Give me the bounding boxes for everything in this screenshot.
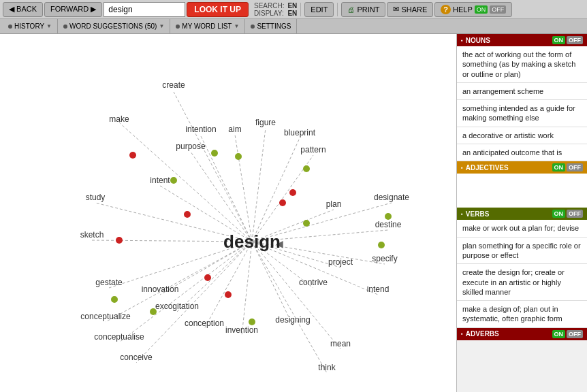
- word-suggestions-section[interactable]: WORD SUGGESTIONS (50) ▼: [58, 19, 170, 34]
- history-arrow: ▼: [46, 23, 52, 29]
- svg-point-34: [225, 291, 232, 298]
- svg-point-36: [170, 177, 177, 184]
- printer-icon: 🖨: [347, 5, 355, 14]
- adjectives-header[interactable]: ▪ ADJECTIVES ON OFF: [457, 161, 587, 174]
- svg-point-33: [116, 237, 123, 244]
- svg-line-24: [160, 242, 252, 295]
- word-suggestions-arrow: ▼: [159, 23, 164, 29]
- svg-line-27: [119, 242, 252, 342]
- main-content: ◀ design createmakeintentionaimfigureblu…: [0, 34, 587, 392]
- settings-label: SETTINGS: [257, 22, 291, 30]
- svg-point-43: [249, 318, 255, 325]
- svg-line-12: [252, 203, 392, 242]
- edit-button[interactable]: EDIT: [304, 2, 334, 17]
- word-map[interactable]: ◀ design createmakeintentionaimfigureblu…: [0, 34, 456, 392]
- noun-def-2[interactable]: an arrangement scheme: [457, 83, 587, 100]
- svg-line-19: [252, 242, 327, 373]
- adjectives-on-tag[interactable]: ON: [552, 163, 566, 172]
- help-button[interactable]: ? HELP ON OFF: [434, 2, 512, 17]
- noun-def-4[interactable]: a decorative or artistic work: [457, 127, 587, 144]
- svg-line-28: [136, 242, 252, 363]
- lookup-button[interactable]: LOOK IT UP: [187, 2, 249, 17]
- verbs-header[interactable]: ▪ VERBS ON OFF: [457, 208, 587, 220]
- word-suggestions-dot: [63, 24, 67, 29]
- svg-line-9: [95, 203, 252, 242]
- svg-line-1: [119, 122, 252, 242]
- settings-section[interactable]: SETTINGS: [245, 19, 297, 34]
- nouns-on-tag[interactable]: ON: [552, 36, 566, 44]
- svg-text:◀: ◀: [276, 238, 283, 249]
- history-dot: [8, 24, 12, 29]
- nouns-dot: ▪: [461, 37, 463, 44]
- svg-point-44: [150, 308, 157, 315]
- main-toolbar: ◀ BACK FORWARD ▶ LOOK IT UP SEARCH: DISP…: [0, 0, 587, 19]
- nouns-header[interactable]: ▪ NOUNS ON OFF: [457, 34, 587, 46]
- verbs-dot: ▪: [461, 211, 463, 217]
- svg-point-45: [111, 296, 118, 303]
- svg-point-39: [303, 165, 310, 172]
- adjectives-on-off: ON OFF: [552, 163, 584, 172]
- secondary-toolbar: HISTORY ▼ WORD SUGGESTIONS (50) ▼ MY WOR…: [0, 19, 587, 34]
- back-button[interactable]: ◀ BACK: [3, 2, 43, 17]
- svg-line-18: [252, 242, 340, 349]
- help-icon: ?: [441, 5, 451, 14]
- svg-line-22: [204, 242, 252, 329]
- my-word-list-label: MY WORD LIST: [182, 22, 232, 30]
- adjectives-off-tag[interactable]: OFF: [567, 163, 583, 172]
- share-label: SHARE: [401, 5, 427, 14]
- word-map-svg: ◀: [0, 34, 456, 392]
- svg-line-3: [235, 135, 252, 242]
- verb-def-3[interactable]: create the design for; create or execute…: [457, 264, 587, 301]
- verb-def-4[interactable]: make a design of; plan out in systematic…: [457, 301, 587, 328]
- print-button[interactable]: 🖨 PRINT: [341, 2, 385, 17]
- svg-point-30: [184, 211, 191, 218]
- nouns-off-tag[interactable]: OFF: [567, 36, 583, 44]
- svg-point-38: [235, 153, 242, 160]
- settings-dot: [251, 24, 255, 29]
- svg-point-37: [211, 150, 218, 157]
- svg-point-41: [378, 242, 385, 248]
- adjectives-label: ADJECTIVES: [466, 164, 509, 172]
- noun-def-5[interactable]: an anticipated outcome that is: [457, 144, 587, 161]
- forward-button[interactable]: FORWARD ▶: [44, 2, 102, 17]
- svg-point-29: [129, 152, 136, 159]
- verb-def-2[interactable]: plan something for a specific role or pu…: [457, 238, 587, 265]
- adverbs-header[interactable]: ▪ ADVERBS ON OFF: [457, 328, 587, 340]
- history-label: HISTORY: [14, 22, 44, 30]
- my-word-list-section[interactable]: MY WORD LIST ▼: [170, 19, 245, 34]
- search-input[interactable]: [104, 2, 185, 17]
- verbs-on-off: ON OFF: [552, 210, 584, 218]
- adverbs-label: ADVERBS: [466, 330, 499, 338]
- verbs-off-tag[interactable]: OFF: [567, 210, 583, 218]
- verb-def-1[interactable]: make or work out a plan for; devise: [457, 220, 587, 237]
- separator2: [337, 3, 338, 16]
- share-icon: ✉: [393, 5, 399, 14]
- right-panel: ▪ NOUNS ON OFF the act of working out th…: [456, 34, 587, 392]
- adverbs-on-off: ON OFF: [552, 330, 584, 338]
- adverbs-on-tag[interactable]: ON: [552, 330, 566, 338]
- separator1: [300, 3, 301, 16]
- svg-point-31: [279, 199, 286, 206]
- svg-line-0: [174, 92, 252, 242]
- svg-line-4: [252, 128, 266, 242]
- my-word-list-dot: [176, 24, 180, 29]
- noun-def-1[interactable]: the act of working out the form of somet…: [457, 46, 587, 83]
- svg-line-7: [191, 152, 252, 242]
- adjectives-dot: ▪: [461, 165, 463, 171]
- share-button[interactable]: ✉ SHARE: [387, 2, 433, 17]
- help-on-tag: ON: [475, 5, 488, 14]
- adjectives-empty: [457, 174, 587, 208]
- verbs-on-tag[interactable]: ON: [552, 210, 566, 218]
- search-label: SEARCH: DISPLAY:: [254, 2, 284, 17]
- print-label: PRINT: [357, 5, 379, 14]
- lang-display: EN EN: [287, 2, 297, 17]
- adverbs-off-tag[interactable]: OFF: [567, 330, 583, 338]
- svg-point-42: [385, 213, 392, 220]
- history-section[interactable]: HISTORY ▼: [3, 19, 58, 34]
- svg-point-32: [289, 189, 296, 196]
- my-word-list-arrow: ▼: [234, 23, 239, 29]
- word-suggestions-label: WORD SUGGESTIONS (50): [69, 22, 157, 30]
- svg-line-17: [252, 242, 378, 295]
- noun-def-3[interactable]: something intended as a guide for making…: [457, 100, 587, 127]
- svg-point-35: [204, 274, 211, 281]
